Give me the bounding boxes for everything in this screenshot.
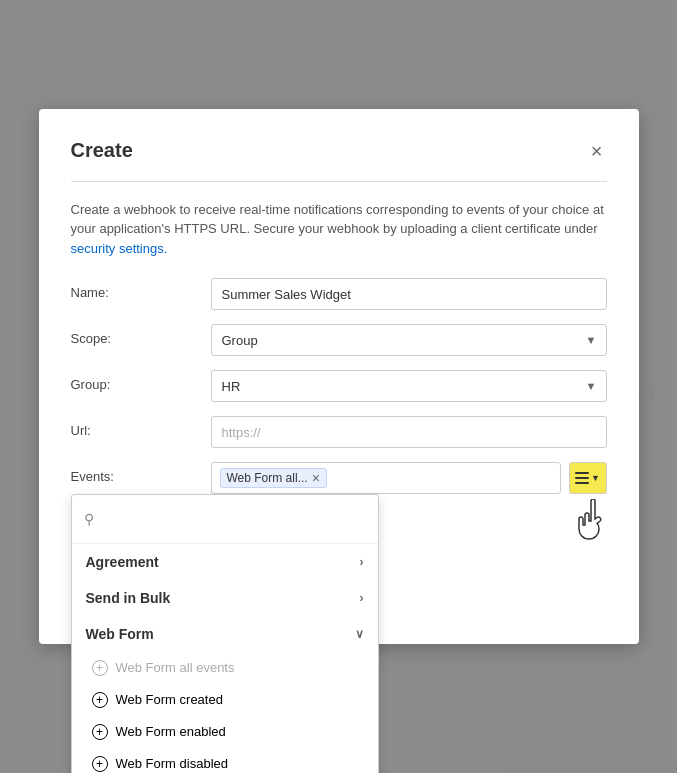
url-control bbox=[211, 416, 607, 448]
name-row: Name: bbox=[71, 278, 607, 310]
web-form-all-label: Web Form all events bbox=[116, 660, 235, 675]
category-web-form[interactable]: Web Form ∨ bbox=[72, 616, 378, 652]
events-row: Events: Web Form all... × ▼ bbox=[71, 462, 607, 494]
events-tags-field[interactable]: Web Form all... × bbox=[211, 462, 561, 494]
modal-header: Create × bbox=[71, 137, 607, 165]
group-select[interactable]: HR Sales Engineering bbox=[211, 370, 607, 402]
web-form-created-label: Web Form created bbox=[116, 692, 223, 707]
dropdown-arrow-icon: ▼ bbox=[591, 473, 600, 483]
modal-description: Create a webhook to receive real-time no… bbox=[71, 200, 607, 259]
group-control: HR Sales Engineering ▼ bbox=[211, 370, 607, 402]
close-button[interactable]: × bbox=[587, 137, 607, 165]
scope-select[interactable]: Group Account User bbox=[211, 324, 607, 356]
search-box: ⚲ bbox=[72, 495, 378, 544]
event-tag: Web Form all... × bbox=[220, 468, 327, 488]
plus-icon-1: + bbox=[92, 660, 108, 676]
plus-icon-4: + bbox=[92, 756, 108, 772]
events-input-row: Web Form all... × ▼ bbox=[211, 462, 607, 494]
category-agreement[interactable]: Agreement › bbox=[72, 544, 378, 580]
events-dropdown-panel: ⚲ Agreement › Send in Bulk › Web Form ∨ … bbox=[71, 494, 379, 773]
tag-label: Web Form all... bbox=[227, 471, 308, 485]
url-row: Url: bbox=[71, 416, 607, 448]
dropdown-list: Agreement › Send in Bulk › Web Form ∨ + … bbox=[72, 544, 378, 773]
plus-icon-3: + bbox=[92, 724, 108, 740]
group-label: Group: bbox=[71, 370, 211, 392]
scope-label: Scope: bbox=[71, 324, 211, 346]
url-label: Url: bbox=[71, 416, 211, 438]
web-form-all-events-item[interactable]: + Web Form all events bbox=[72, 652, 378, 684]
create-modal: Create × Create a webhook to receive rea… bbox=[39, 109, 639, 645]
category-send-in-bulk-label: Send in Bulk bbox=[86, 590, 171, 606]
url-input[interactable] bbox=[211, 416, 607, 448]
category-send-in-bulk[interactable]: Send in Bulk › bbox=[72, 580, 378, 616]
events-label: Events: bbox=[71, 462, 211, 484]
events-dropdown-button[interactable]: ▼ bbox=[569, 462, 607, 494]
scope-row: Scope: Group Account User ▼ bbox=[71, 324, 607, 356]
security-settings-link[interactable]: security settings. bbox=[71, 241, 168, 256]
web-form-enabled-item[interactable]: + Web Form enabled bbox=[72, 716, 378, 748]
agreement-chevron-icon: › bbox=[360, 555, 364, 569]
group-row: Group: HR Sales Engineering ▼ bbox=[71, 370, 607, 402]
web-form-disabled-item[interactable]: + Web Form disabled bbox=[72, 748, 378, 773]
header-divider bbox=[71, 181, 607, 182]
search-input[interactable] bbox=[102, 503, 366, 535]
scope-control: Group Account User ▼ bbox=[211, 324, 607, 356]
modal-title: Create bbox=[71, 139, 133, 162]
web-form-chevron-icon: ∨ bbox=[355, 627, 364, 641]
send-in-bulk-chevron-icon: › bbox=[360, 591, 364, 605]
web-form-disabled-label: Web Form disabled bbox=[116, 756, 228, 771]
plus-icon-2: + bbox=[92, 692, 108, 708]
name-input[interactable] bbox=[211, 278, 607, 310]
name-label: Name: bbox=[71, 278, 211, 300]
search-icon: ⚲ bbox=[84, 511, 94, 527]
events-control: Web Form all... × ▼ bbox=[211, 462, 607, 494]
web-form-enabled-label: Web Form enabled bbox=[116, 724, 226, 739]
lines-icon bbox=[575, 472, 589, 484]
category-agreement-label: Agreement bbox=[86, 554, 159, 570]
web-form-created-item[interactable]: + Web Form created bbox=[72, 684, 378, 716]
name-control bbox=[211, 278, 607, 310]
category-web-form-label: Web Form bbox=[86, 626, 154, 642]
tag-remove-button[interactable]: × bbox=[312, 471, 320, 485]
